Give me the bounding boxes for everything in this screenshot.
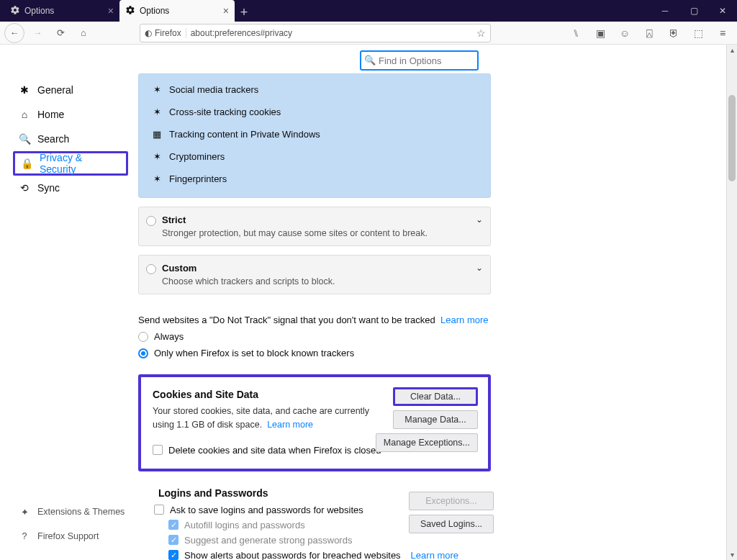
nav-toolbar: ← → ⟳ ⌂ ◐ Firefox about:preferences#priv… bbox=[0, 22, 737, 45]
url-bar[interactable]: ◐ Firefox about:preferences#privacy ☆ bbox=[140, 24, 491, 42]
forward-button[interactable]: → bbox=[27, 23, 48, 43]
tab-close-icon[interactable]: × bbox=[223, 5, 229, 17]
strict-desc: Stronger protection, but may cause some … bbox=[162, 228, 480, 238]
sidebar-item-label: Privacy & Security bbox=[40, 152, 120, 175]
sidebar-item-sync[interactable]: ⟲ Sync bbox=[13, 176, 128, 200]
sidebar-item-label: General bbox=[37, 84, 73, 96]
tab-close-icon[interactable]: × bbox=[108, 5, 114, 17]
search-icon: 🔍 bbox=[19, 133, 30, 145]
logins-learn-more-link[interactable]: Learn more bbox=[411, 550, 458, 561]
cookies-desc: Your stored cookies, site data, and cach… bbox=[153, 406, 369, 430]
url-text: about:preferences#privacy bbox=[191, 28, 292, 38]
help-icon: ? bbox=[19, 531, 30, 541]
close-window-button[interactable]: ✕ bbox=[708, 0, 737, 22]
manage-exceptions-button[interactable]: Manage Exceptions... bbox=[376, 433, 478, 452]
radio-strict[interactable] bbox=[146, 216, 156, 226]
dnt-option-always[interactable]: Always bbox=[138, 331, 491, 342]
shield-icon[interactable]: ⛨ bbox=[664, 23, 684, 43]
lock-icon: 🔒 bbox=[21, 158, 32, 169]
scroll-down-icon[interactable]: ▾ bbox=[727, 549, 737, 560]
checkbox-delete-on-close[interactable] bbox=[153, 445, 163, 455]
tracker-label: Social media trackers bbox=[169, 84, 258, 95]
menu-icon[interactable]: ≡ bbox=[713, 23, 733, 43]
back-button[interactable]: ← bbox=[4, 23, 24, 43]
sync-icon: ⟲ bbox=[19, 182, 30, 194]
manage-data-button[interactable]: Manage Data... bbox=[393, 410, 478, 429]
checkbox-ask-save[interactable] bbox=[154, 505, 164, 515]
new-tab-button[interactable]: + bbox=[235, 3, 253, 22]
account-icon[interactable]: ☺ bbox=[615, 23, 635, 43]
sidebar-icon[interactable]: ▣ bbox=[590, 23, 610, 43]
cookie-icon: ✶ bbox=[152, 107, 162, 117]
gear-icon: ✱ bbox=[19, 84, 30, 96]
chevron-down-icon: ⌄ bbox=[476, 263, 483, 273]
do-not-track-section: Send websites a "Do Not Track" signal th… bbox=[138, 315, 491, 358]
social-icon: ✶ bbox=[152, 84, 162, 95]
protection-strict[interactable]: Strict Stronger protection, but may caus… bbox=[138, 207, 491, 246]
checkbox-label: Show alerts about passwords for breached… bbox=[184, 550, 401, 561]
scroll-up-icon[interactable]: ▴ bbox=[727, 45, 737, 55]
fingerprint-icon: ✶ bbox=[152, 173, 162, 184]
radio-label: Always bbox=[154, 331, 184, 342]
tracker-fingerprinters: ✶Fingerprinters bbox=[139, 168, 490, 190]
preferences-page: 🔍 ✱ General ⌂ Home 🔍 Search 🔒 Privacy & … bbox=[0, 45, 737, 560]
cookies-learn-more-link[interactable]: Learn more bbox=[267, 420, 313, 430]
checkbox-alerts[interactable]: ✓ bbox=[168, 550, 178, 560]
standard-protection-trackers: ✶Social media trackers ✶Cross-site track… bbox=[138, 73, 491, 198]
sidebar-item-search[interactable]: 🔍 Search bbox=[13, 127, 128, 151]
radio-custom[interactable] bbox=[146, 264, 156, 274]
sidebar-item-general[interactable]: ✱ General bbox=[13, 78, 128, 102]
reload-button[interactable]: ⟳ bbox=[50, 23, 71, 43]
preferences-sidebar: ✱ General ⌂ Home 🔍 Search 🔒 Privacy & Se… bbox=[13, 78, 128, 200]
saved-logins-button[interactable]: Saved Logins... bbox=[409, 515, 494, 533]
library-icon[interactable]: ⑊ bbox=[566, 23, 586, 43]
tracker-cookies: ✶Cross-site tracking cookies bbox=[139, 101, 490, 123]
bookmark-star-icon[interactable]: ☆ bbox=[476, 27, 486, 39]
logins-passwords-section: Logins and Passwords Ask to save logins … bbox=[138, 487, 491, 561]
sidebar-item-support[interactable]: ? Firefox Support bbox=[13, 524, 135, 548]
search-in-options-input[interactable] bbox=[360, 50, 479, 71]
maximize-button[interactable]: ▢ bbox=[679, 0, 708, 22]
alerts-row[interactable]: ✓ Show alerts about passwords for breach… bbox=[168, 550, 491, 561]
save-to-pocket-icon[interactable]: ⍓ bbox=[639, 23, 659, 43]
window-icon: ▦ bbox=[152, 129, 162, 140]
window-controls: ─ ▢ ✕ bbox=[651, 0, 737, 22]
checkbox-label: Delete cookies and site data when Firefo… bbox=[168, 445, 381, 456]
identity-label: Firefox bbox=[155, 28, 181, 38]
sidebar-item-label: Firefox Support bbox=[37, 531, 99, 541]
sidebar-item-extensions[interactable]: ✦ Extensions & Themes bbox=[13, 500, 135, 524]
identity-box[interactable]: ◐ Firefox bbox=[145, 28, 186, 38]
protection-custom[interactable]: Custom Choose which trackers and scripts… bbox=[138, 255, 491, 294]
suggest-row[interactable]: ✓ Suggest and generate strong passwords bbox=[168, 535, 491, 546]
dnt-option-known[interactable]: Only when Firefox is set to block known … bbox=[138, 348, 491, 358]
tracker-label: Fingerprinters bbox=[169, 173, 227, 184]
scroll-thumb[interactable] bbox=[728, 95, 736, 181]
tab-label: Options bbox=[24, 6, 54, 16]
home-button[interactable]: ⌂ bbox=[73, 23, 94, 43]
home-icon: ⌂ bbox=[19, 109, 30, 120]
tabstrip: Options × Options × + bbox=[0, 0, 651, 22]
checkbox-autofill[interactable]: ✓ bbox=[168, 520, 178, 530]
titlebar: Options × Options × + ─ ▢ ✕ bbox=[0, 0, 737, 22]
cryptominer-icon: ✶ bbox=[152, 151, 162, 162]
radio-known-trackers[interactable] bbox=[138, 348, 148, 358]
clear-data-button[interactable]: Clear Data... bbox=[393, 387, 478, 406]
tab-options-1[interactable]: Options × bbox=[4, 0, 119, 22]
checkbox-suggest[interactable]: ✓ bbox=[168, 535, 178, 545]
sidebar-item-privacy[interactable]: 🔒 Privacy & Security bbox=[13, 151, 128, 176]
dnt-learn-more-link[interactable]: Learn more bbox=[440, 315, 488, 325]
sidebar-item-label: Extensions & Themes bbox=[37, 507, 125, 517]
sidebar-item-home[interactable]: ⌂ Home bbox=[13, 102, 128, 127]
strict-title: Strict bbox=[162, 214, 480, 225]
logins-exceptions-button[interactable]: Exceptions... bbox=[409, 492, 494, 510]
tracker-label: Cross-site tracking cookies bbox=[169, 107, 281, 117]
vertical-scrollbar[interactable]: ▴ ▾ bbox=[726, 45, 737, 560]
radio-label: Only when Firefox is set to block known … bbox=[154, 348, 354, 358]
checkbox-label: Autofill logins and passwords bbox=[184, 520, 305, 530]
minimize-button[interactable]: ─ bbox=[651, 0, 679, 22]
tracker-label: Cryptominers bbox=[169, 151, 225, 162]
extension-icon[interactable]: ⬚ bbox=[688, 23, 708, 43]
radio-always[interactable] bbox=[138, 332, 148, 342]
puzzle-icon: ✦ bbox=[19, 507, 30, 518]
tab-options-2[interactable]: Options × bbox=[119, 0, 235, 22]
